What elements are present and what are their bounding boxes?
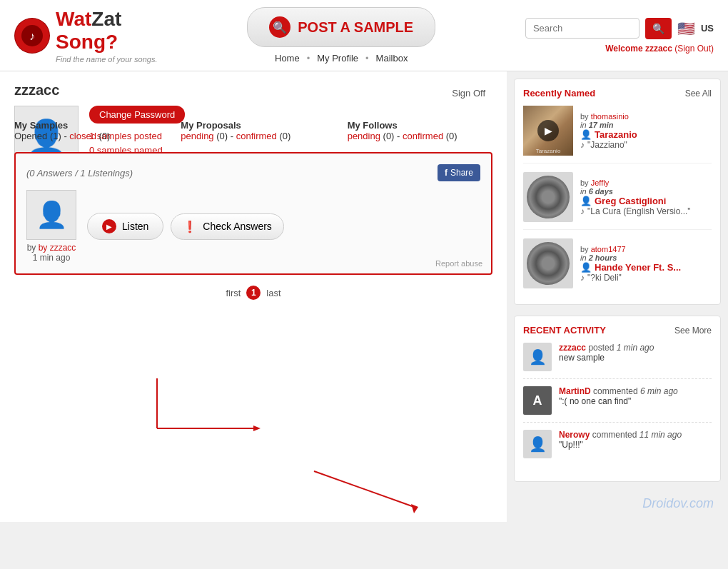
logo-tagline: Find the name of your songs. [56, 55, 157, 64]
current-page: 1 [246, 286, 261, 300]
activity-avatar-2: A [523, 386, 552, 415]
recent-activity-section: RECENT ACTIVITY See More 👤 zzzacc posted… [514, 316, 721, 482]
named-username-2: 👤 Greg Castiglioni [580, 196, 712, 206]
activity-user-link-2[interactable]: MartinD [559, 386, 591, 396]
recent-activity-title: RECENT ACTIVITY See More [523, 325, 712, 336]
search-button[interactable]: 🔍 [645, 18, 672, 39]
named-item: ▶ Tarazanio by thomasinio in 17 min 👤 Ta… [523, 106, 712, 163]
sign-out-link[interactable]: (Sign Out) [674, 44, 714, 54]
recently-named-section: Recently Named See All ▶ Tarazanio by th… [514, 79, 721, 305]
activity-content-2: MartinD commented 6 min ago ":( no one c… [559, 386, 712, 406]
sample-time: 1 min ago [33, 253, 71, 263]
nav-my-profile[interactable]: My Profile [317, 53, 358, 64]
activity-text-2: ":( no one can find" [559, 396, 712, 406]
recently-named-title: Recently Named See All [523, 88, 712, 99]
my-samples-title: My Samples [14, 120, 159, 131]
nav-home[interactable]: Home [275, 53, 300, 64]
my-proposals-title: My Proposals [181, 120, 325, 131]
activity-avatar-icon-1: 👤 [529, 348, 547, 366]
activity-avatar-1: 👤 [523, 343, 552, 371]
facebook-share-button[interactable]: f Share [438, 164, 480, 181]
named-time-2: in 6 days [580, 187, 712, 196]
welcome-username: zzzacc [645, 44, 672, 54]
username-title: zzzacc [14, 82, 492, 99]
see-more-link[interactable]: See More [674, 326, 712, 336]
named-user-link-2[interactable]: Jeffly [591, 178, 609, 187]
logo-icon: ♪ [14, 18, 50, 54]
fb-icon: f [445, 168, 448, 178]
pagination-last[interactable]: last [266, 288, 280, 298]
post-sample-icon: 🔍 [269, 16, 290, 38]
check-answers-button[interactable]: ❗ Check Answers [171, 213, 283, 240]
logo-text: WatZat Song? [56, 8, 121, 54]
sample-buttons: ▶ Listen ❗ Check Answers [87, 213, 284, 240]
sample-answers: (0 Answers / 1 Listenings) [26, 168, 133, 178]
my-samples-section: My Samples Opened (1) - closed (0) [14, 120, 159, 141]
sample-user-link[interactable]: by zzzacc [39, 243, 76, 253]
nav-mailbox[interactable]: Mailbox [376, 53, 408, 64]
named-item-info-3: by atom1477 in 2 hours 👤 Hande Yener Ft.… [580, 245, 712, 283]
sample-body: 👤 by by zzzacc 1 min ago ▶ Listen ❗ Chec… [26, 190, 480, 263]
named-song-2: ♪ "La Cura (English Versio..." [580, 206, 712, 216]
see-all-link[interactable]: See All [685, 89, 712, 99]
sample-meta: by by zzzacc 1 min ago [27, 243, 76, 263]
listen-button[interactable]: ▶ Listen [87, 213, 163, 240]
named-item-2: by Jeffly in 6 days 👤 Greg Castiglioni ♪… [523, 172, 712, 230]
sample-avatar-area: 👤 by by zzzacc 1 min ago [26, 190, 76, 263]
follows-pending-link[interactable]: pending [348, 131, 380, 141]
activity-meta-3: Nerowy commented 11 min ago [559, 430, 712, 440]
activity-meta-1: zzzacc posted 1 min ago [559, 343, 712, 353]
proposals-pending-link[interactable]: pending [181, 131, 213, 141]
my-follows-title: My Follows [348, 120, 492, 131]
svg-marker-7 [411, 504, 418, 513]
my-proposals-section: My Proposals pending (0) - confirmed (0) [181, 120, 325, 141]
user-icon-1: 👤 [580, 129, 592, 140]
nav-links: Home • My Profile • Mailbox [275, 53, 408, 64]
named-item-info-1: by thomasinio in 17 min 👤 Tarazanio ♪ "J… [580, 112, 712, 150]
activity-item-2: A MartinD commented 6 min ago ":( no one… [523, 386, 712, 423]
my-samples-detail: Opened (1) - closed (0) [14, 131, 159, 141]
proposals-confirmed-link[interactable]: confirmed [236, 131, 277, 141]
exclaim-icon: ❗ [183, 220, 197, 233]
search-input[interactable] [525, 18, 639, 39]
post-sample-button[interactable]: 🔍 POST A SAMPLE [247, 7, 435, 47]
activity-user-link-1[interactable]: zzzacc [559, 343, 586, 353]
welcome-text: Welcome zzzacc (Sign Out) [605, 44, 714, 54]
nav-center: 🔍 POST A SAMPLE Home • My Profile • Mail… [247, 7, 435, 64]
pagination: first 1 last [14, 286, 492, 300]
my-samples-closed-link[interactable]: closed [69, 131, 96, 141]
my-proposals-detail: pending (0) - confirmed (0) [181, 131, 325, 141]
named-username-1: 👤 Tarazanio [580, 129, 712, 140]
named-by-1: by thomasinio [580, 112, 712, 121]
music-icon-1: ♪ [580, 140, 585, 150]
named-username-3: 👤 Hande Yener Ft. S... [580, 262, 712, 273]
named-song-3: ♪ "?ki Deli" [580, 273, 712, 283]
sample-avatar: 👤 [26, 190, 76, 240]
locale-flag-button[interactable]: 🇺🇸 [677, 20, 695, 37]
activity-user-link-3[interactable]: Nerowy [559, 430, 590, 440]
named-time-3: in 2 hours [580, 253, 712, 262]
watermark: Droidov.com [514, 493, 721, 515]
user-icon-2: 👤 [580, 196, 592, 206]
named-thumbnail-1: ▶ Tarazanio [523, 106, 573, 156]
report-abuse-link[interactable]: Report abuse [435, 259, 482, 268]
svg-line-6 [314, 471, 414, 507]
site-header: ♪ WatZat Song? Find the name of your son… [0, 0, 728, 71]
sample-card-header: (0 Answers / 1 Listenings) f Share [26, 164, 480, 181]
main-container: zzzacc Sign Off 👤 Change Password 1 samp… [0, 71, 728, 522]
activity-content-1: zzzacc posted 1 min ago new sample [559, 343, 712, 363]
user-icon-3: 👤 [580, 262, 592, 273]
activity-avatar-icon-3: 👤 [529, 435, 547, 453]
named-item-3: by atom1477 in 2 hours 👤 Hande Yener Ft.… [523, 238, 712, 296]
named-user-link-1[interactable]: thomasinio [591, 112, 629, 121]
activity-content-3: Nerowy commented 11 min ago "Up!!!" [559, 430, 712, 450]
named-by-2: by Jeffly [580, 178, 712, 187]
logo-area: ♪ WatZat Song? Find the name of your son… [14, 8, 157, 64]
named-user-link-3[interactable]: atom1477 [591, 245, 626, 253]
sample-avatar-icon: 👤 [36, 200, 68, 230]
sign-off-link[interactable]: Sign Off [452, 88, 485, 99]
activity-text-1: new sample [559, 353, 712, 363]
pagination-first[interactable]: first [226, 288, 241, 298]
follows-confirmed-link[interactable]: confirmed [403, 131, 443, 141]
play-overlay-icon: ▶ [537, 120, 559, 141]
